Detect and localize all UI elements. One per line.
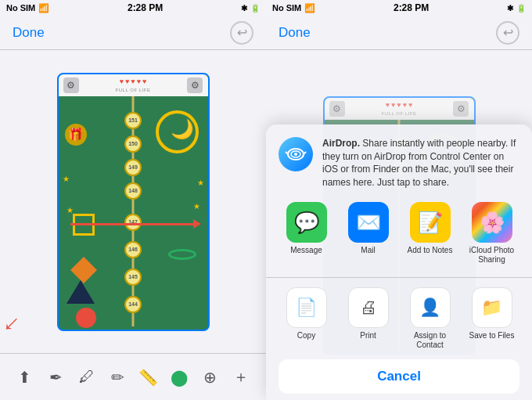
circle-tool[interactable]: ⬤ <box>165 363 193 391</box>
message-icon[interactable]: 💬 <box>286 202 327 243</box>
settings-icon-left[interactable]: ⚙ <box>63 77 79 93</box>
pencil-tool[interactable]: ✏ <box>103 363 131 391</box>
orange-diamond <box>70 257 97 283</box>
share-app-mail[interactable]: ✉️ Mail <box>340 202 396 265</box>
card-header: ⚙ ♥ ♥ ♥ ♥ ♥ FULL OF LIFE ⚙ <box>59 74 208 96</box>
wifi-icon-right: 📶 <box>304 3 315 13</box>
node-144: 144 <box>124 296 142 313</box>
node-149: 149 <box>124 159 142 176</box>
mail-label: Mail <box>361 246 375 255</box>
node-147: 147 <box>124 214 142 231</box>
time-left: 2:28 PM <box>128 2 163 13</box>
battery-right: ✱ 🔋 <box>507 4 526 13</box>
battery-icon: 🔋 <box>250 4 260 13</box>
svg-point-2 <box>294 153 297 156</box>
share-actions-grid: 📄 Copy 🖨 Print 👤 Assign to Contact 📁 Sav… <box>279 287 519 350</box>
status-bar-left: No SIM 📶 2:28 PM ✱ 🔋 <box>0 0 266 16</box>
share-tool[interactable]: ⬆ <box>11 363 39 391</box>
star-3: ★ <box>63 175 70 183</box>
photos-icon[interactable]: 🌸 <box>472 202 512 243</box>
save-files-label: Save to Files <box>469 331 515 341</box>
bluetooth-icon: ✱ <box>241 4 247 13</box>
carrier-right: No SIM 📶 <box>272 3 315 13</box>
assign-contact-label: Assign to Contact <box>402 331 458 350</box>
star-2: ★ <box>193 202 200 211</box>
heart-1: ♥ <box>120 77 124 85</box>
node-145: 145 <box>124 268 142 286</box>
action-assign-contact[interactable]: 👤 Assign to Contact <box>402 287 458 350</box>
add-tool[interactable]: ＋ <box>227 363 255 391</box>
red-arrow <box>70 223 196 225</box>
path-line <box>132 96 135 326</box>
hearts-display: ♥ ♥ ♥ ♥ ♥ FULL OF LIFE <box>116 77 151 92</box>
dark-triangle <box>66 280 95 304</box>
hearts-row-right: ♥ ♥ ♥ ♥ ♥ <box>386 101 413 109</box>
action-copy[interactable]: 📄 Copy <box>279 287 334 350</box>
node-146: 146 <box>124 241 142 258</box>
node-151: 151 <box>124 112 142 129</box>
hearts-row: ♥ ♥ ♥ ♥ ♥ <box>120 77 147 85</box>
cancel-button[interactable]: Cancel <box>279 359 519 394</box>
game-body: 🎁 🌙 151 150 149 148 147 146 145 144 <box>59 96 208 326</box>
heart-2: ♥ <box>125 77 129 85</box>
star-1: ★ <box>66 206 74 214</box>
mail-icon[interactable]: ✉️ <box>348 202 389 243</box>
left-panel: No SIM 📶 2:28 PM ✱ 🔋 Done ↩ ⚙ ♥ ♥ <box>0 0 266 400</box>
done-button-right[interactable]: Done <box>279 25 311 41</box>
share-app-notes[interactable]: 📝 Add to Notes <box>402 202 458 265</box>
nav-bar-left: Done ↩ <box>0 16 266 50</box>
battery-icon-right: 🔋 <box>516 4 526 13</box>
share-app-message[interactable]: 💬 Message <box>279 202 334 265</box>
wifi-icon: 📶 <box>38 3 49 13</box>
ruler-tool[interactable]: 📏 <box>135 363 163 391</box>
undo-button-left[interactable]: ↩ <box>230 21 253 45</box>
done-button-left[interactable]: Done <box>13 25 45 41</box>
green-ellipse <box>168 249 196 260</box>
node-148: 148 <box>124 182 142 200</box>
node-150: 150 <box>124 135 142 153</box>
notes-icon[interactable]: 📝 <box>410 202 451 243</box>
contact-icon[interactable]: 👤 <box>410 287 451 328</box>
no-sim-label: No SIM <box>6 3 35 13</box>
heart-5: ♥ <box>142 77 146 85</box>
print-icon[interactable]: 🖨 <box>348 287 389 328</box>
marker-tool[interactable]: 🖊 <box>73 363 101 391</box>
bluetooth-icon-right: ✱ <box>507 4 513 13</box>
star-4: ★ <box>197 178 204 187</box>
carrier-left: No SIM 📶 <box>6 3 49 13</box>
heart-4: ♥ <box>137 77 141 85</box>
lasso-tool[interactable]: ⊕ <box>196 363 225 391</box>
settings-r-right: ⚙ <box>453 101 469 117</box>
airdrop-title: AirDrop. <box>322 138 360 149</box>
undo-button-right[interactable]: ↩ <box>496 21 519 45</box>
airdrop-icon <box>279 137 313 171</box>
photos-label: iCloud Photo Sharing <box>464 246 519 265</box>
canvas-area-left: ⚙ ♥ ♥ ♥ ♥ ♥ FULL OF LIFE ⚙ <box>0 50 266 353</box>
game-card-left: ⚙ ♥ ♥ ♥ ♥ ♥ FULL OF LIFE ⚙ <box>57 73 210 331</box>
copy-icon[interactable]: 📄 <box>286 287 327 328</box>
print-label: Print <box>360 331 376 341</box>
share-app-photos[interactable]: 🌸 iCloud Photo Sharing <box>464 202 519 265</box>
gift-icon: 🎁 <box>65 124 87 146</box>
card-label: FULL OF LIFE <box>116 88 151 92</box>
time-right: 2:28 PM <box>394 2 429 13</box>
hearts-display-right: ♥ ♥ ♥ ♥ ♥ FULL OF LIFE <box>382 101 417 116</box>
nav-bar-right: Done ↩ <box>266 16 532 50</box>
settings-icon-right[interactable]: ⚙ <box>187 77 203 93</box>
toolbar-left: ⬆ ✒ 🖊 ✏ 📏 ⬤ ⊕ ＋ <box>0 353 266 400</box>
airdrop-description: AirDrop. Share instantly with people nea… <box>322 137 519 189</box>
action-print[interactable]: 🖨 Print <box>340 287 396 350</box>
share-apps-grid: 💬 Message ✉️ Mail 📝 Add to Notes 🌸 iClou… <box>279 202 519 265</box>
card-label-right: FULL OF LIFE <box>382 111 417 116</box>
message-label: Message <box>290 246 322 255</box>
battery-left: ✱ 🔋 <box>241 4 260 13</box>
share-sheet: AirDrop. Share instantly with people nea… <box>266 124 532 400</box>
files-icon[interactable]: 📁 <box>472 287 512 328</box>
notes-label: Add to Notes <box>408 246 453 255</box>
pen-tool[interactable]: ✒ <box>41 363 70 391</box>
right-panel: No SIM 📶 2:28 PM ✱ 🔋 Done ↩ ⚙ ♥ ♥ ♥ <box>266 0 532 400</box>
red-circle <box>76 308 96 328</box>
action-save-files[interactable]: 📁 Save to Files <box>464 287 519 350</box>
copy-label: Copy <box>297 331 315 341</box>
divider-1 <box>266 277 532 278</box>
